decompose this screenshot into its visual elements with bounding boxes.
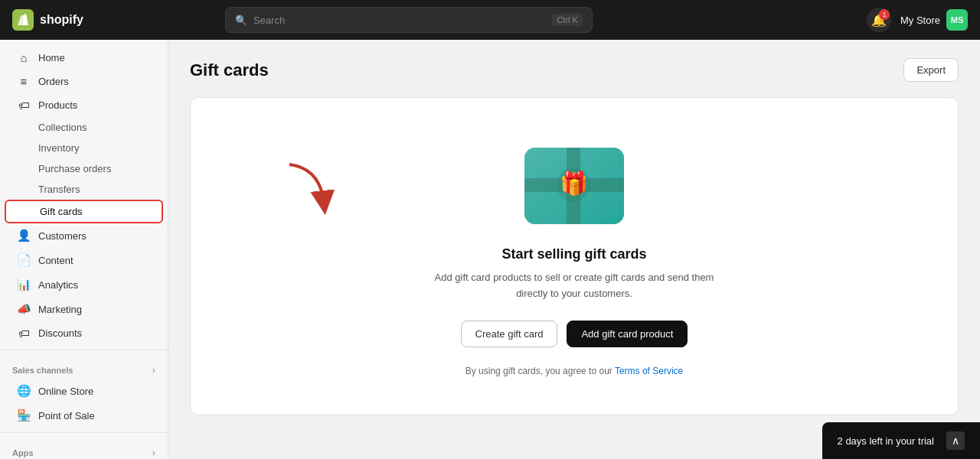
- collections-label: Collections: [38, 122, 87, 133]
- transfers-label: Transfers: [38, 184, 80, 195]
- online-store-icon: 🌐: [17, 384, 31, 398]
- trial-collapse-button[interactable]: ∧: [946, 431, 965, 450]
- sidebar-sub-inventory[interactable]: Inventory: [5, 138, 163, 158]
- inventory-label: Inventory: [38, 142, 79, 154]
- sidebar-sub-collections[interactable]: Collections: [5, 117, 163, 138]
- search-shortcut: Ctrl K: [552, 14, 583, 26]
- marketing-icon: 📣: [17, 302, 31, 316]
- apps-expand-icon[interactable]: ›: [152, 447, 155, 458]
- apps-label: Apps: [12, 448, 34, 457]
- sidebar-sub-transfers[interactable]: Transfers: [5, 179, 163, 200]
- notifications-button[interactable]: 🔔 1: [867, 8, 891, 32]
- topnav-right: 🔔 1 My Store MS: [867, 8, 968, 32]
- gift-cards-label: Gift cards: [40, 206, 83, 217]
- topnav: shopify 🔍 Ctrl K 🔔 1 My Store MS: [0, 0, 980, 40]
- create-gift-card-button[interactable]: Create gift card: [461, 321, 558, 347]
- sidebar-item-label: Products: [38, 99, 77, 111]
- customers-icon: 👤: [17, 229, 31, 243]
- products-icon: 🏷: [17, 99, 31, 112]
- export-button[interactable]: Export: [903, 58, 959, 82]
- notif-badge: 1: [879, 9, 890, 20]
- page-title: Gift cards: [190, 60, 269, 80]
- sidebar-item-marketing[interactable]: 📣 Marketing: [5, 297, 163, 321]
- add-gift-card-product-button[interactable]: Add gift card product: [567, 321, 688, 347]
- expand-icon[interactable]: ›: [152, 364, 155, 376]
- main-content: Gift cards Export: [168, 40, 980, 459]
- svg-text:🎁: 🎁: [560, 170, 589, 197]
- sidebar-item-label: Discounts: [38, 327, 82, 339]
- pos-icon: 🏪: [17, 409, 31, 422]
- discounts-icon: 🏷: [17, 327, 31, 340]
- card-description: Add gift card products to sell or create…: [429, 270, 720, 302]
- logo[interactable]: shopify: [12, 9, 83, 31]
- sales-channels-section: Sales channels ›: [0, 355, 168, 379]
- tos-text: By using gift cards, you agree to our Te…: [466, 366, 684, 376]
- search-input[interactable]: [253, 15, 547, 26]
- page-header: Gift cards Export: [190, 58, 959, 82]
- sidebar-item-label: Content: [38, 255, 74, 266]
- sidebar-item-label: Analytics: [38, 279, 78, 291]
- sidebar-divider: [0, 350, 168, 350]
- sidebar-item-orders[interactable]: ≡ Orders: [5, 70, 163, 93]
- sidebar-item-products[interactable]: 🏷 Products: [5, 93, 163, 117]
- sidebar-sub-purchase-orders[interactable]: Purchase orders: [5, 158, 163, 179]
- logo-text: shopify: [40, 13, 83, 27]
- gift-card-illustration: 🎁: [521, 144, 628, 228]
- home-icon: ⌂: [17, 51, 31, 64]
- app-body: ⌂ Home ≡ Orders 🏷 Products Collections I…: [0, 40, 980, 459]
- card-title: Start selling gift cards: [501, 246, 646, 262]
- tos-prefix: By using gift cards, you agree to our: [466, 366, 615, 376]
- store-name: My Store: [900, 15, 940, 26]
- sidebar-item-label: Orders: [38, 76, 69, 87]
- search-icon: 🔍: [235, 15, 247, 26]
- sales-channels-label: Sales channels: [12, 366, 74, 375]
- sidebar-item-online-store[interactable]: 🌐 Online Store: [5, 379, 163, 403]
- orders-icon: ≡: [17, 75, 31, 88]
- sidebar-item-label: Customers: [38, 230, 87, 242]
- sidebar-item-label: Online Store: [38, 386, 93, 397]
- sidebar-item-point-of-sale[interactable]: 🏪 Point of Sale: [5, 403, 163, 428]
- avatar: MS: [946, 9, 968, 31]
- sidebar-item-discounts[interactable]: 🏷 Discounts: [5, 321, 163, 345]
- card-actions: Create gift card Add gift card product: [461, 321, 688, 347]
- content-icon: 📄: [17, 253, 31, 267]
- trial-banner: 2 days left in your trial ∧: [822, 422, 980, 459]
- store-button[interactable]: My Store MS: [900, 9, 968, 31]
- search-bar[interactable]: 🔍 Ctrl K: [225, 7, 593, 33]
- apps-section: Apps ›: [0, 438, 168, 459]
- gift-cards-card: 🎁 Start selling gift cards Add gift card…: [190, 97, 959, 415]
- sidebar-item-content[interactable]: 📄 Content: [5, 248, 163, 272]
- sidebar-item-label: Point of Sale: [38, 410, 95, 422]
- sidebar: ⌂ Home ≡ Orders 🏷 Products Collections I…: [0, 40, 168, 459]
- sidebar-item-customers[interactable]: 👤 Customers: [5, 223, 163, 248]
- sidebar-divider-2: [0, 432, 168, 433]
- tos-link[interactable]: Terms of Service: [615, 366, 683, 376]
- sidebar-item-label: Home: [38, 52, 65, 63]
- sidebar-item-home[interactable]: ⌂ Home: [5, 46, 163, 70]
- sidebar-item-label: Marketing: [38, 304, 82, 315]
- sidebar-item-analytics[interactable]: 📊 Analytics: [5, 272, 163, 297]
- sidebar-sub-gift-cards[interactable]: Gift cards: [5, 200, 163, 223]
- purchase-orders-label: Purchase orders: [38, 163, 111, 174]
- analytics-icon: 📊: [17, 278, 31, 291]
- trial-text: 2 days left in your trial: [838, 435, 934, 447]
